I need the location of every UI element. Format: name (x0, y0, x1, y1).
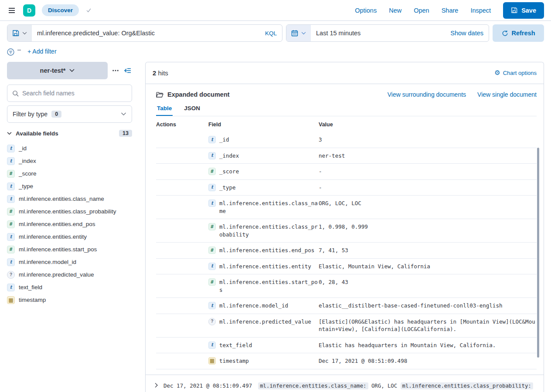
row-actions-cell[interactable] (156, 278, 208, 294)
show-dates-button[interactable]: Show dates (445, 25, 489, 41)
view-single-document-link[interactable]: View single document (477, 91, 537, 98)
field-list-item[interactable]: # ml.inference.entities.end_pos (7, 218, 132, 230)
field-name: _index (219, 152, 319, 160)
elastic-space-avatar[interactable]: D (23, 4, 35, 17)
query-row: ml.inference.predicted_value: Org&Elasti… (0, 21, 551, 45)
row-value-cell: - (319, 168, 537, 176)
row-actions-cell[interactable] (156, 136, 208, 144)
chevron-down-icon (7, 132, 12, 135)
field-list-item[interactable]: t text_field (7, 281, 132, 294)
field-list-item[interactable]: t _index (7, 155, 132, 167)
query-input[interactable]: ml.inference.predicted_value: Org&Elasti… (32, 25, 260, 41)
time-range-display[interactable]: Last 15 minutes (311, 25, 445, 41)
available-fields-header[interactable]: Available fields 13 (7, 130, 132, 137)
top-nav-link[interactable]: Share (442, 7, 459, 14)
field-name: ml.inference.entities.end_pos (219, 247, 319, 254)
field-name: ml.inference.model_id (19, 259, 76, 265)
field-list-item[interactable]: # ml.inference.entities.start_pos (7, 243, 132, 256)
field-name: ml.inference.entities.entity (219, 263, 319, 270)
row-field-cell: t _index (208, 152, 319, 160)
breadcrumb-discover[interactable]: Discover (42, 4, 79, 16)
gear-icon: ⚙ (494, 70, 500, 76)
top-bar-right: Options New Open Share Inspect Save (355, 2, 544, 19)
field-name: ml.inference.entities.entity (19, 233, 87, 240)
field-list-item[interactable]: t ml.inference.model_id (7, 256, 132, 268)
field-list-item[interactable]: # _score (7, 167, 132, 180)
top-nav-link[interactable]: Inspect (470, 7, 491, 14)
document-list-row[interactable]: Dec 17, 2021 @ 08:51:09.497 ml.inference… (146, 375, 544, 392)
refresh-button[interactable]: Refresh (493, 24, 544, 42)
field-name: ml.inference.model_id (219, 302, 319, 310)
index-pattern-switcher[interactable]: ner-test* (7, 62, 108, 79)
tab-table[interactable]: Table (156, 105, 173, 116)
time-picker: Last 15 minutes Show dates (286, 24, 489, 42)
row-actions-cell[interactable] (156, 199, 208, 215)
row-actions-cell[interactable] (156, 247, 208, 254)
row-value-cell: - (319, 184, 537, 192)
chevron-down-icon (301, 32, 306, 35)
field-name: _score (19, 170, 37, 177)
field-list-item[interactable]: t _type (7, 180, 132, 193)
document-source-summary: ml.inference.entities.class_name: ORG, L… (258, 381, 535, 392)
field-list-item[interactable]: ▦ timestamp (7, 294, 132, 306)
field-name: ml.inference.entities.end_pos (19, 221, 95, 227)
time-picker-quick-menu-button[interactable] (286, 25, 311, 41)
field-type-icon: t (7, 157, 15, 165)
row-actions-cell[interactable] (156, 302, 208, 310)
saved-query-menu-button[interactable] (7, 25, 32, 41)
index-pattern-row: ner-test* (7, 62, 132, 79)
chart-options-button[interactable]: ⚙ Chart options (494, 70, 537, 76)
top-nav-link[interactable]: New (389, 7, 401, 14)
row-actions-cell[interactable] (156, 168, 208, 176)
field-search-input[interactable] (22, 90, 127, 97)
save-button[interactable]: Save (503, 2, 544, 19)
column-header-field: Field (208, 122, 319, 128)
pinned-filter-divider (17, 50, 21, 51)
field-type-icon: t (7, 145, 15, 152)
refresh-icon (502, 30, 508, 37)
row-value-cell: Elastic has headquarters in Mountain Vie… (319, 341, 537, 349)
top-nav-link[interactable]: Open (414, 7, 429, 14)
expand-document-chevron-icon[interactable] (153, 382, 160, 389)
chevron-down-icon (121, 112, 126, 116)
menu-hamburger-icon[interactable] (7, 6, 17, 15)
field-type-icon: t (208, 136, 216, 143)
collapse-sidebar-icon[interactable] (123, 67, 132, 74)
row-value-cell: ORG, LOC, LOC (319, 199, 537, 215)
row-actions-cell[interactable] (156, 152, 208, 160)
query-language-button[interactable]: KQL (260, 25, 282, 41)
row-field-cell: t ml.inference.model_id (208, 302, 319, 310)
sidebar: ner-test* Filter by type 0 Available fie… (7, 62, 132, 306)
field-type-icon: t (208, 199, 216, 207)
type-filter-count-badge: 0 (51, 111, 61, 118)
field-list-item[interactable]: t _id (7, 142, 132, 155)
filter-by-type-select[interactable]: Filter by type 0 (7, 105, 132, 123)
row-field-cell: # ml.inference.entities.start_pos (208, 278, 319, 294)
tab-json[interactable]: JSON (183, 105, 201, 116)
row-actions-cell[interactable] (156, 341, 208, 349)
row-actions-cell[interactable] (156, 357, 208, 365)
source-field-badge: ml.inference.entities.class_probability: (401, 382, 533, 389)
row-value-cell: 3 (319, 136, 537, 144)
boxes-horizontal-icon[interactable] (112, 68, 119, 74)
top-nav-link[interactable]: Options (355, 7, 377, 14)
row-value-cell: ner-test (319, 152, 537, 160)
doc-table-row: t _type - (156, 180, 537, 196)
row-actions-cell[interactable] (156, 263, 208, 270)
field-name: _index (19, 158, 36, 164)
field-list-item[interactable]: t ml.inference.entities.class_name (7, 193, 132, 205)
add-filter-button[interactable]: + Add filter (27, 48, 57, 55)
field-list-item[interactable]: ? ml.inference.predicted_value (7, 268, 132, 281)
field-list-item[interactable]: # ml.inference.entities.class_probabilit… (7, 205, 132, 218)
row-value-cell: 1, 0.998, 0.999 (319, 223, 537, 238)
available-fields-count-badge: 13 (119, 130, 132, 137)
row-actions-cell[interactable] (156, 223, 208, 238)
filter-icon[interactable] (7, 48, 14, 56)
vertical-scrollbar[interactable] (537, 148, 539, 358)
row-actions-cell[interactable] (156, 184, 208, 192)
field-list-item[interactable]: t ml.inference.entities.entity (7, 230, 132, 243)
row-actions-cell[interactable] (156, 318, 208, 333)
view-surrounding-documents-link[interactable]: View surrounding documents (388, 91, 466, 98)
doc-table-row: # _score - (156, 164, 537, 180)
field-type-icon: t (208, 302, 216, 309)
